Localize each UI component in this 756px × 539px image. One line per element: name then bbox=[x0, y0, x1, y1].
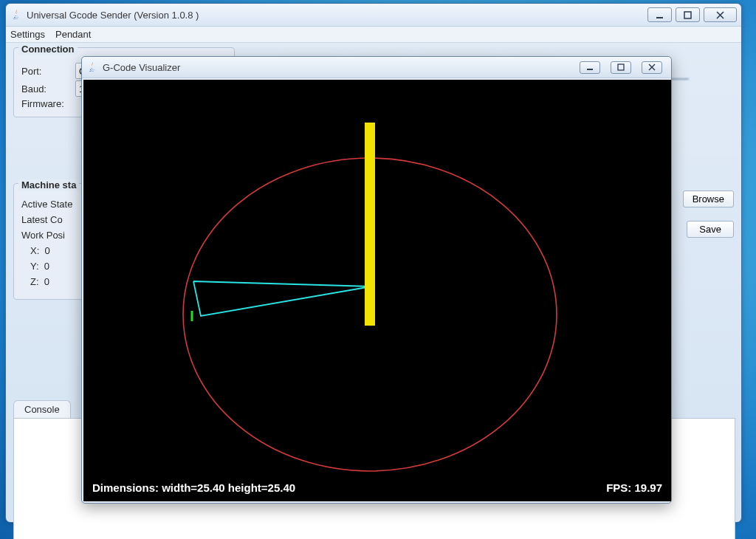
svg-rect-1 bbox=[684, 12, 691, 18]
svg-rect-5 bbox=[618, 64, 624, 70]
toolpath-svg bbox=[83, 80, 671, 501]
menu-settings[interactable]: Settings bbox=[10, 29, 45, 40]
machine-status-title: Machine sta bbox=[18, 179, 79, 190]
main-titlebar[interactable]: Universal Gcode Sender (Version 1.0.8 ) bbox=[6, 4, 741, 27]
visualizer-window[interactable]: G-Code Visualizer Dimensions: width=25.4… bbox=[81, 56, 672, 504]
minimize-icon bbox=[586, 63, 594, 71]
main-window-controls bbox=[647, 7, 737, 22]
visualizer-canvas[interactable]: Dimensions: width=25.40 height=25.40 FPS… bbox=[83, 80, 671, 501]
maximize-button[interactable] bbox=[676, 7, 700, 22]
main-title: Universal Gcode Sender (Version 1.0.8 ) bbox=[27, 10, 199, 21]
close-button[interactable] bbox=[704, 7, 737, 22]
viz-minimize-button[interactable] bbox=[580, 61, 600, 74]
tab-console[interactable]: Console bbox=[13, 400, 71, 418]
viz-close-button[interactable] bbox=[642, 61, 662, 74]
visualizer-title: G-Code Visualizer bbox=[103, 62, 180, 73]
fps-readout: FPS: 19.97 bbox=[606, 481, 662, 494]
menu-pendant[interactable]: Pendant bbox=[55, 29, 91, 40]
visualizer-titlebar[interactable]: G-Code Visualizer bbox=[82, 57, 671, 78]
visualizer-window-controls bbox=[580, 61, 667, 74]
close-icon bbox=[648, 63, 656, 71]
java-icon bbox=[10, 9, 22, 21]
x-label: X: bbox=[30, 245, 39, 256]
maximize-icon bbox=[617, 63, 625, 71]
close-icon bbox=[716, 11, 724, 19]
connection-group-title: Connection bbox=[18, 44, 78, 55]
x-value: 0 bbox=[45, 245, 50, 256]
menubar: Settings Pendant bbox=[6, 27, 741, 43]
minimize-button[interactable] bbox=[647, 7, 672, 22]
z-value: 0 bbox=[44, 276, 49, 287]
y-value: 0 bbox=[44, 261, 49, 272]
spindle-cursor bbox=[365, 123, 375, 326]
svg-rect-0 bbox=[656, 17, 663, 18]
dimensions-readout: Dimensions: width=25.40 height=25.40 bbox=[92, 481, 295, 494]
svg-rect-4 bbox=[587, 69, 593, 70]
firmware-label: Firmware: bbox=[21, 98, 69, 109]
java-icon bbox=[86, 61, 98, 73]
save-button[interactable]: Save bbox=[687, 221, 734, 238]
port-label: Port: bbox=[21, 66, 69, 77]
right-button-column: Browse Save bbox=[683, 190, 734, 238]
maximize-icon bbox=[684, 11, 692, 19]
z-label: Z: bbox=[30, 276, 39, 287]
browse-button[interactable]: Browse bbox=[683, 190, 734, 207]
viz-maximize-button[interactable] bbox=[611, 61, 631, 74]
minimize-icon bbox=[656, 11, 664, 19]
y-label: Y: bbox=[30, 261, 39, 272]
rapid-move-polyline bbox=[193, 281, 371, 316]
baud-label: Baud: bbox=[21, 83, 69, 95]
